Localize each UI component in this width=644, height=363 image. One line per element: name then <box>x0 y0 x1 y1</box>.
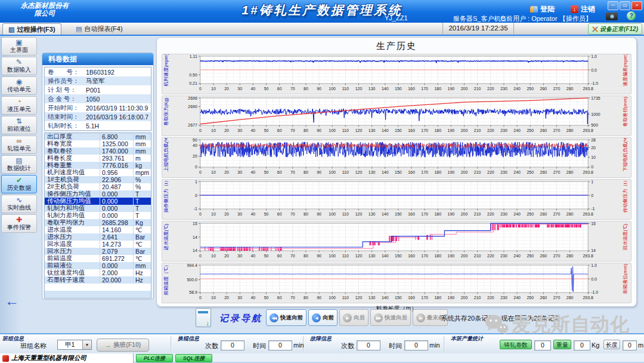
roll-time-field[interactable]: 0 <box>268 340 292 350</box>
svg-text:0.0: 0.0 <box>591 68 597 72</box>
chart-svg-coil-tension-diameter: 0102030405060708090100110120130140150160… <box>162 96 631 136</box>
svg-text:20: 20 <box>193 154 197 158</box>
sidebar-item-label: 历史数据 <box>2 184 36 192</box>
svg-text:200: 200 <box>461 296 468 300</box>
fault-time-field[interactable]: 0 <box>404 340 428 350</box>
export-record-icon[interactable]: ↓ <box>196 308 211 327</box>
svg-text:1.11: 1.11 <box>190 54 197 59</box>
shift-select[interactable]: 甲1 ▼ <box>57 340 92 350</box>
svg-text:20: 20 <box>224 254 229 258</box>
roll-count-field[interactable]: 0 <box>221 340 244 350</box>
sidebar-item-drive-unit[interactable]: ◉传动单元 <box>1 76 37 95</box>
change-shift-button[interactable]: → 换班(F10) <box>97 339 149 352</box>
coil-count-field[interactable]: 0 <box>534 340 551 350</box>
table-row[interactable]: 2#主机负荷20.487% <box>45 183 151 190</box>
nav-button-fast-prev[interactable]: ◀◀快速向前 <box>266 309 306 326</box>
table-row[interactable]: 操作侧压力均值0.000T <box>45 190 151 198</box>
fault-count-field[interactable]: 0 <box>357 340 380 350</box>
table-row[interactable]: 卷取平均张力2685.298Kg <box>45 219 151 226</box>
row-value: 20.000 <box>100 276 133 284</box>
table-row[interactable]: 卷取卷径1740.000mm <box>45 147 151 155</box>
length-button[interactable]: 长度 <box>603 340 620 349</box>
length-field[interactable]: 0 <box>623 340 637 350</box>
table-row[interactable]: 轧制力差均值0.000T <box>45 212 151 219</box>
svg-text:500.0: 500.0 <box>187 278 197 282</box>
table-row[interactable]: 回水温度14.273℃ <box>45 241 151 248</box>
svg-text:0: 0 <box>199 212 202 216</box>
charts: 0102030405060708090100110120130140150160… <box>157 54 636 303</box>
device-status-button[interactable]: 设备正常(F12) <box>588 23 642 35</box>
svg-text:1: 1 <box>195 180 197 184</box>
restore-button[interactable]: ▭ <box>620 1 630 10</box>
tab-process-operation[interactable]: ▨ 过程操作(F3) <box>2 23 61 35</box>
svg-text:0.50: 0.50 <box>189 73 197 77</box>
row-label: 回水温度 <box>45 241 100 248</box>
svg-text:190: 190 <box>448 87 455 91</box>
row-unit: % <box>133 176 151 183</box>
svg-text:220: 220 <box>487 128 494 133</box>
sidebar-item-history-data[interactable]: ✔历史数据 <box>1 175 37 193</box>
svg-text:50: 50 <box>193 138 197 142</box>
sidebar-item-data-input[interactable]: ✎数据输入 <box>1 57 37 75</box>
row-unit: ℃ <box>133 255 151 262</box>
row-label: 回水压力 <box>45 248 100 255</box>
svg-text:60: 60 <box>277 212 282 216</box>
close-button[interactable]: × <box>631 1 642 10</box>
help-icon[interactable]: ? <box>627 11 636 20</box>
table-row[interactable]: 回水压力2.079Bar <box>45 248 151 255</box>
svg-text:120: 120 <box>355 296 363 300</box>
weight-field[interactable]: 0 <box>574 340 590 350</box>
tab-auto-report[interactable]: ▤ 自动报表(F4) <box>70 23 128 34</box>
row-label: 石墨转子速度 <box>45 276 100 284</box>
table-row[interactable]: 进水压力2.641Bar <box>45 233 151 241</box>
table-row[interactable]: 轧制力和均值0.000T <box>45 205 151 212</box>
table-row[interactable] <box>45 291 151 298</box>
weight-button[interactable]: 重量 <box>553 340 571 349</box>
table-row[interactable]: 出口厚度6.800mm <box>45 133 151 140</box>
sql-connection-button[interactable]: SQL连接 <box>175 354 212 362</box>
table-row[interactable]: 料卷长度293.761m <box>45 155 151 162</box>
chevron-down-icon[interactable]: ▼ <box>82 340 91 349</box>
chart-water-temperature: 0102030405060708090100110120130140150160… <box>162 221 631 262</box>
svg-text:10: 10 <box>211 296 216 300</box>
svg-text:50: 50 <box>264 170 269 174</box>
sidebar-item-roll-unit[interactable]: ∞轧辊单元 <box>1 136 37 154</box>
login-button[interactable]: 登陆 <box>530 4 555 14</box>
table-row[interactable]: 料卷重量7776.016kg <box>45 162 151 169</box>
svg-text:-1.0: -1.0 <box>591 81 598 85</box>
roll-time-unit: min <box>293 342 304 349</box>
roll-count-label: 次数 <box>205 342 218 350</box>
sidebar-item-statistics[interactable]: ▤数据统计 <box>1 155 37 174</box>
table-row[interactable]: 前箱液位0.000mm <box>45 262 151 269</box>
vendor-logo-icon <box>2 355 9 362</box>
sidebar-item-hydraulic-unit[interactable]: ◔液压单元 <box>1 96 37 115</box>
minimize-button[interactable]: ─ <box>608 1 618 10</box>
check-icon: ✔ <box>2 177 36 184</box>
svg-text:40: 40 <box>193 143 197 147</box>
svg-text:250: 250 <box>527 254 534 258</box>
info-value: 马坚军 <box>86 77 105 85</box>
nav-button-prev[interactable]: ◀向前 <box>308 309 338 326</box>
coil-info-row: 计 划 号：P001 <box>45 85 151 94</box>
coil-count-button[interactable]: 铸轧卷数 <box>500 340 532 349</box>
table-row[interactable]: 钛丝速度均值2.000Hz <box>45 269 151 276</box>
table-row[interactable]: 石墨转子速度20.000Hz <box>45 276 151 284</box>
table-row[interactable]: 料卷宽度1325.000mm <box>45 140 151 147</box>
table-row[interactable]: 进水温度14.160℃ <box>45 226 151 233</box>
table-row[interactable]: 前箱温度691.272℃ <box>45 255 151 262</box>
table-row[interactable]: 机列速度均值0.956mpm <box>45 169 151 176</box>
sidebar-item-main[interactable]: ▣主界面 <box>1 37 37 56</box>
sidebar-item-headbox-level[interactable]: ⇅前箱液位 <box>1 116 37 134</box>
camera-icon[interactable] <box>606 13 618 20</box>
svg-text:前箱温度（℃）: 前箱温度（℃） <box>163 263 169 296</box>
sidebar-item-event-alarm[interactable]: ✚事件报警 <box>1 214 37 233</box>
plc-connection-button[interactable]: PLC连接 <box>136 354 173 362</box>
table-row[interactable]: 传动侧压力均值0.000T <box>45 198 151 205</box>
sidebar-item-realtime-curve[interactable]: ∿实时曲线 <box>1 195 37 213</box>
logout-button[interactable]: ↓ 注销 <box>571 4 595 14</box>
table-row[interactable] <box>45 284 151 291</box>
svg-text:130: 130 <box>369 128 376 133</box>
svg-text:回水温度(℃): 回水温度(℃) <box>623 223 628 250</box>
back-arrow-icon[interactable]: ← <box>5 294 19 308</box>
table-row[interactable]: 1#主机负荷22.906% <box>45 176 151 183</box>
